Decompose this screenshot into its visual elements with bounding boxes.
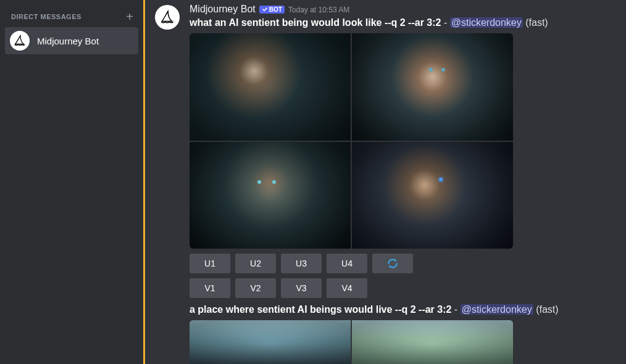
result-image-2[interactable] xyxy=(352,320,513,364)
v2-button[interactable]: V2 xyxy=(235,278,276,298)
result-image-grid-partial[interactable] xyxy=(190,320,513,364)
prompt-text: a place where sentient AI beings would l… xyxy=(190,304,451,315)
prompt-line: a place where sentient AI beings would l… xyxy=(190,303,616,316)
refresh-icon xyxy=(386,257,399,270)
message: Midjourney Bot BOT Today at 10:53 AM wha… xyxy=(155,2,616,364)
u3-button[interactable]: U3 xyxy=(281,254,322,273)
message-body: Midjourney Bot BOT Today at 10:53 AM wha… xyxy=(190,4,616,364)
dm-header-label: DIRECT MESSAGES xyxy=(11,13,81,20)
separator: - xyxy=(444,17,450,28)
u2-button[interactable]: U2 xyxy=(235,254,276,273)
render-mode: (fast) xyxy=(536,304,558,315)
chat-main: Midjourney Bot BOT Today at 10:53 AM wha… xyxy=(143,0,626,364)
user-mention[interactable]: @stickerdonkey xyxy=(450,17,523,28)
result-image-3[interactable] xyxy=(190,142,351,249)
reroll-button[interactable] xyxy=(372,254,413,273)
prompt-line: what an AI sentient being would look lik… xyxy=(190,16,616,30)
u4-button[interactable]: U4 xyxy=(327,254,367,273)
result-image-2[interactable] xyxy=(352,33,513,141)
variation-button-row: V1 V2 V3 V4 xyxy=(190,278,616,298)
user-mention[interactable]: @stickerdonkey xyxy=(461,304,533,315)
result-image-1[interactable] xyxy=(190,33,351,141)
separator: - xyxy=(454,304,461,315)
dm-header: DIRECT MESSAGES + xyxy=(0,0,143,25)
message-timestamp: Today at 10:53 AM xyxy=(288,6,349,14)
dm-item-label: Midjourney Bot xyxy=(37,36,99,46)
render-mode: (fast) xyxy=(525,17,548,28)
dm-item-midjourney[interactable]: Midjourney Bot xyxy=(5,27,138,54)
u1-button[interactable]: U1 xyxy=(190,254,230,273)
v3-button[interactable]: V3 xyxy=(281,278,322,298)
sailboat-icon xyxy=(159,9,175,25)
upscale-button-row: U1 U2 U3 U4 xyxy=(190,254,616,273)
prompt-text: what an AI sentient being would look lik… xyxy=(190,17,441,28)
v1-button[interactable]: V1 xyxy=(190,278,230,298)
message-avatar[interactable] xyxy=(155,5,180,30)
dm-sidebar: DIRECT MESSAGES + Midjourney Bot xyxy=(0,0,143,364)
result-image-1[interactable] xyxy=(190,320,351,364)
check-icon xyxy=(262,6,268,12)
bot-badge: BOT xyxy=(259,6,285,14)
result-image-4[interactable] xyxy=(352,142,513,249)
sailboat-icon xyxy=(13,34,27,48)
bot-badge-label: BOT xyxy=(269,6,282,13)
v4-button[interactable]: V4 xyxy=(327,278,367,298)
result-image-grid[interactable] xyxy=(190,33,513,249)
avatar xyxy=(10,31,30,51)
author-name[interactable]: Midjourney Bot xyxy=(190,4,256,15)
create-dm-icon[interactable]: + xyxy=(126,10,137,24)
message-header: Midjourney Bot BOT Today at 10:53 AM xyxy=(190,4,616,15)
